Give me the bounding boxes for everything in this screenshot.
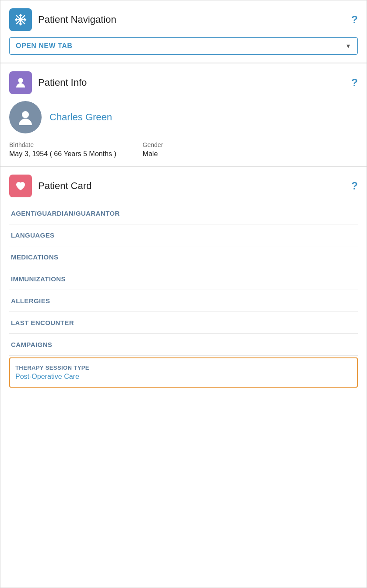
menu-item-campaigns[interactable]: CAMPAIGNS xyxy=(9,334,358,356)
patient-card-icon-box xyxy=(9,175,32,197)
patient-info-section: Patient Info ? Charles Green Birthdate M… xyxy=(0,63,367,167)
avatar xyxy=(9,101,42,133)
snowflake-icon xyxy=(14,14,27,26)
menu-item-allergies[interactable]: ALLERGIES xyxy=(9,290,358,312)
patient-info-help-icon[interactable]: ? xyxy=(351,77,358,89)
open-new-tab-button[interactable]: OPEN NEW TAB ▼ xyxy=(9,37,358,55)
patient-details-row: Birthdate May 3, 1954 ( 66 Years 5 Month… xyxy=(9,141,358,158)
menu-item-therapy-session-type[interactable]: THERAPY SESSION TYPE Post-Operative Care xyxy=(9,357,358,388)
patient-card-header-left: Patient Card xyxy=(9,175,92,197)
patient-card-title: Patient Card xyxy=(38,180,92,192)
gender-group: Gender Male xyxy=(143,141,163,158)
patient-avatar-row: Charles Green xyxy=(9,101,358,133)
patient-name[interactable]: Charles Green xyxy=(49,112,112,123)
nav-help-icon[interactable]: ? xyxy=(351,14,358,26)
therapy-session-type-label: THERAPY SESSION TYPE xyxy=(15,364,352,371)
menu-item-last-encounter[interactable]: LAST ENCOUNTER xyxy=(9,312,358,334)
svg-point-13 xyxy=(22,111,29,118)
person-icon xyxy=(14,77,27,89)
patient-card-help-icon[interactable]: ? xyxy=(351,180,358,192)
nav-section-title: Patient Navigation xyxy=(38,14,116,25)
dropdown-arrow-icon: ▼ xyxy=(345,42,351,49)
nav-section-header: Patient Navigation ? xyxy=(9,8,358,31)
menu-item-immunizations[interactable]: IMMUNIZATIONS xyxy=(9,268,358,290)
patient-info-icon-box xyxy=(9,71,32,94)
patient-card-section: Patient Card ? AGENT/GUARDIAN/GUARANTOR … xyxy=(0,167,367,588)
patient-info-title: Patient Info xyxy=(38,77,87,88)
menu-item-languages[interactable]: LANGUAGES xyxy=(9,224,358,246)
patient-info-header-left: Patient Info xyxy=(9,71,87,94)
menu-item-medications[interactable]: MEDICATIONS xyxy=(9,246,358,268)
patient-navigation-section: Patient Navigation ? OPEN NEW TAB ▼ xyxy=(0,0,367,63)
patient-info-header: Patient Info ? xyxy=(9,71,358,94)
patient-card-header: Patient Card ? xyxy=(9,175,358,197)
nav-icon-box xyxy=(9,8,32,31)
therapy-session-type-value: Post-Operative Care xyxy=(15,373,352,381)
gender-value: Male xyxy=(143,150,163,158)
app-container: Patient Navigation ? OPEN NEW TAB ▼ Pati… xyxy=(0,0,367,588)
gender-label: Gender xyxy=(143,141,163,148)
avatar-person-icon xyxy=(17,108,34,126)
svg-point-12 xyxy=(18,78,23,83)
open-new-tab-label: OPEN NEW TAB xyxy=(16,42,72,50)
menu-item-agent-guardian[interactable]: AGENT/GUARDIAN/GUARANTOR xyxy=(9,203,358,224)
nav-header-left: Patient Navigation xyxy=(9,8,116,31)
card-menu-list: AGENT/GUARDIAN/GUARANTOR LANGUAGES MEDIC… xyxy=(9,203,358,389)
birthdate-group: Birthdate May 3, 1954 ( 66 Years 5 Month… xyxy=(9,141,116,158)
birthdate-value: May 3, 1954 ( 66 Years 5 Months ) xyxy=(9,150,116,158)
birthdate-label: Birthdate xyxy=(9,141,116,148)
heart-icon xyxy=(14,180,27,192)
